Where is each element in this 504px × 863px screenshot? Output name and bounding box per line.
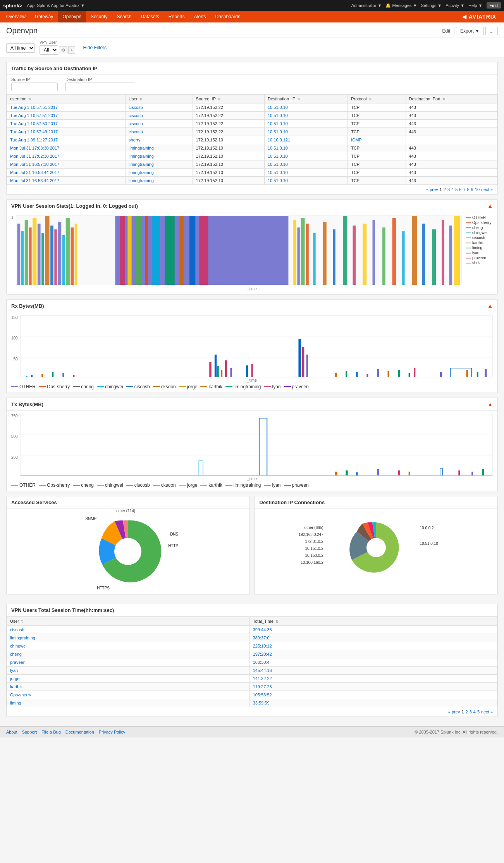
table-link[interactable]: ciscosb — [129, 129, 143, 134]
traffic-prev[interactable]: « prev — [426, 187, 438, 192]
user-link[interactable]: ciscosb — [10, 627, 24, 632]
table-link[interactable]: 10.51.0.10 — [268, 105, 288, 110]
session-page-5[interactable]: 5 — [477, 710, 480, 714]
col-source-ip[interactable]: Source_IP ⇅ — [193, 95, 264, 103]
table-link[interactable]: limingtraining — [129, 154, 154, 158]
activity-menu[interactable]: Activity ▼ — [446, 3, 464, 8]
source-ip-input[interactable] — [11, 83, 58, 91]
traffic-page-1[interactable]: 1 — [440, 187, 442, 192]
time-filter-select[interactable]: All time — [6, 43, 35, 53]
footer-about[interactable]: About — [6, 730, 17, 734]
footer-privacy[interactable]: Privacy Policy — [99, 730, 125, 734]
user-link[interactable]: karthik — [10, 684, 22, 689]
traffic-page-8[interactable]: 8 — [467, 187, 470, 192]
table-link[interactable]: ciscosb — [129, 121, 143, 126]
table-link[interactable]: limingtraining — [129, 162, 154, 167]
table-link[interactable]: 10.51.0.10 — [268, 162, 288, 167]
table-link[interactable]: ciscosb — [129, 105, 143, 110]
time-link[interactable]: 399:44:38 — [253, 627, 272, 632]
admin-menu[interactable]: Administrator ▼ — [351, 3, 382, 8]
session-prev[interactable]: « prev — [448, 710, 460, 714]
table-link[interactable]: Mon Jul 31 17:02:30 2017 — [10, 154, 59, 158]
nav-reports[interactable]: Reports — [164, 11, 189, 22]
nav-security[interactable]: Security — [86, 11, 112, 22]
table-link[interactable]: Mon Jul 31 16:53:44 2017 — [10, 170, 59, 175]
traffic-page-10[interactable]: 10 — [475, 187, 480, 192]
session-page-2[interactable]: 2 — [466, 710, 468, 714]
filter-add-button[interactable]: + — [68, 46, 75, 54]
user-link[interactable]: praveen — [10, 660, 26, 665]
table-link[interactable]: limingtraining — [129, 170, 154, 175]
filter-icon-button[interactable]: ⚙ — [59, 46, 67, 54]
time-link[interactable]: 197:20:42 — [253, 652, 272, 656]
table-link[interactable]: Tue Aug 1 09:11:27 2017 — [10, 138, 58, 142]
traffic-page-9[interactable]: 9 — [471, 187, 473, 192]
table-link[interactable]: Mon Jul 31 16:57:30 2017 — [10, 162, 59, 167]
traffic-page-3[interactable]: 3 — [447, 187, 450, 192]
help-menu[interactable]: Help ▼ — [468, 3, 483, 8]
table-link[interactable]: limingtraining — [129, 146, 154, 150]
traffic-page-4[interactable]: 4 — [451, 187, 454, 192]
table-link[interactable]: Mon Jul 31 17:03:30 2017 — [10, 146, 59, 150]
time-link[interactable]: 225:10:12 — [253, 644, 272, 648]
footer-support[interactable]: Support — [22, 730, 37, 734]
messages-icon[interactable]: 🔔 Messages ▼ — [385, 3, 417, 8]
export-button[interactable]: Export ▼ — [456, 27, 484, 35]
traffic-page-5[interactable]: 5 — [455, 187, 458, 192]
user-link[interactable]: Ops-sherry — [10, 692, 31, 697]
time-link[interactable]: 33:59:59 — [253, 701, 270, 705]
table-link[interactable]: 10.51.0.10 — [268, 146, 288, 150]
more-button[interactable]: ... — [485, 27, 498, 35]
vpnuser-filter-select[interactable]: All — [40, 45, 58, 55]
time-link[interactable]: 389:37:0 — [253, 636, 270, 640]
session-page-1[interactable]: 1 — [461, 710, 464, 714]
time-link[interactable]: 105:53:52 — [253, 692, 272, 697]
dest-ip-input[interactable] — [65, 83, 135, 91]
nav-datasets[interactable]: Datasets — [136, 11, 163, 22]
col-dest-ip[interactable]: Destination_IP ⇅ — [264, 95, 347, 103]
nav-overview[interactable]: Overview — [2, 11, 30, 22]
edit-button[interactable]: Edit — [438, 27, 454, 35]
col-total-time[interactable]: Total_Time ⇅ — [249, 617, 497, 626]
time-link[interactable]: 119:27:25 — [253, 684, 272, 689]
table-link[interactable]: 10.10.0.121 — [268, 138, 290, 142]
user-link[interactable]: lyan — [10, 668, 18, 673]
user-link[interactable]: jorge — [10, 676, 19, 681]
table-link[interactable]: Tue Aug 1 10:57:50 2017 — [10, 121, 58, 126]
table-link[interactable]: Tue Aug 1 10:57:51 2017 — [10, 105, 58, 110]
traffic-page-7[interactable]: 7 — [463, 187, 465, 192]
table-link[interactable]: 10.51.0.10 — [268, 170, 288, 175]
session-page-3[interactable]: 3 — [470, 710, 472, 714]
table-link[interactable]: limingtraining — [129, 178, 154, 183]
nav-openvpn[interactable]: Openvpn — [58, 11, 86, 22]
table-link[interactable]: ciscosb — [129, 113, 143, 118]
col-user[interactable]: User ⇅ — [126, 95, 193, 103]
time-link[interactable]: 160:30:4 — [253, 660, 270, 665]
table-link[interactable]: Mon Jul 31 16:53:44 2017 — [10, 178, 59, 183]
table-link[interactable]: 10.51.0.10 — [268, 154, 288, 158]
nav-search[interactable]: Search — [112, 11, 136, 22]
time-link[interactable]: 141:32:22 — [253, 676, 272, 681]
time-link[interactable]: 145:44:16 — [253, 668, 272, 673]
app-name[interactable]: App: Splunk App for Aviatrix ▼ — [27, 3, 85, 8]
table-link[interactable]: 10.51.0.10 — [268, 178, 288, 183]
session-next[interactable]: next » — [481, 710, 493, 714]
session-page-4[interactable]: 4 — [473, 710, 476, 714]
table-link[interactable]: sherry — [129, 138, 141, 142]
traffic-page-2[interactable]: 2 — [444, 187, 446, 192]
col-dest-port[interactable]: Destination_Port ⇅ — [406, 95, 497, 103]
traffic-next[interactable]: next » — [481, 187, 493, 192]
user-link[interactable]: chingwei — [10, 644, 27, 648]
table-link[interactable]: Tue Aug 1 10:57:51 2017 — [10, 113, 58, 118]
table-link[interactable]: 10.51.0.10 — [268, 121, 288, 126]
nav-gateway[interactable]: Gateway — [30, 11, 58, 22]
table-link[interactable]: Tue Aug 1 10:57:49 2017 — [10, 129, 58, 134]
footer-docs[interactable]: Documentation — [65, 730, 94, 734]
col-protocol[interactable]: Protocol ⇅ — [348, 95, 406, 103]
nav-dashboards[interactable]: Dashboards — [211, 11, 245, 22]
footer-bug[interactable]: File a Bug — [41, 730, 61, 734]
col-user[interactable]: User ⇅ — [7, 617, 250, 626]
table-link[interactable]: 10.51.0.10 — [268, 113, 288, 118]
user-link[interactable]: limingtraining — [10, 636, 35, 640]
nav-alerts[interactable]: Alerts — [189, 11, 211, 22]
